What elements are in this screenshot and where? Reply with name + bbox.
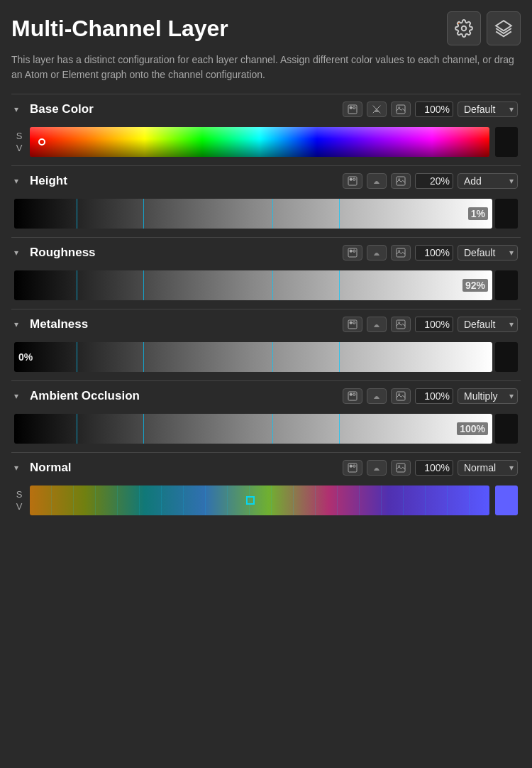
image-icon-ao[interactable]: [391, 388, 411, 404]
mask-icon-roughness[interactable]: [343, 245, 362, 260]
opacity-normal[interactable]: [415, 460, 453, 476]
svg-rect-8: [348, 177, 357, 185]
gear-button[interactable]: [447, 11, 481, 45]
svg-line-1: [458, 23, 459, 23]
mask-icon-normal[interactable]: [343, 460, 362, 476]
slider-container-height: 1%: [11, 199, 521, 229]
slider-end-height: [495, 199, 518, 229]
rainbow-bar[interactable]: [30, 127, 489, 157]
tick-marks-roughness: [14, 270, 492, 300]
fill-icon-metalness[interactable]: [367, 317, 387, 332]
normal-bar[interactable]: [30, 486, 489, 515]
channel-controls-normal: Default Add Multiply Normal: [343, 460, 518, 476]
blend-wrapper-base-color: Default Add Multiply Normal Overlay Scre…: [458, 102, 518, 117]
slider-bar-ao[interactable]: 100%: [14, 414, 518, 444]
opacity-height[interactable]: [415, 173, 453, 189]
fill-icon-height[interactable]: [367, 173, 387, 189]
opacity-ao[interactable]: [415, 388, 453, 404]
channel-ao: ▾ Ambient Occlusion: [11, 380, 521, 452]
channel-body-metalness: 0%: [11, 339, 521, 380]
channel-metalness: ▾ Metalness: [11, 309, 521, 380]
opacity-base-color[interactable]: [415, 102, 453, 117]
blend-roughness[interactable]: Default Add Multiply Normal: [458, 245, 518, 260]
svg-point-29: [350, 465, 352, 467]
svg-point-25: [353, 393, 355, 395]
image-icon-normal[interactable]: [391, 460, 411, 476]
opacity-metalness[interactable]: [415, 317, 453, 332]
svg-point-14: [350, 250, 352, 252]
blend-normal[interactable]: Default Add Multiply Normal: [458, 460, 518, 476]
mask-icon-base-color[interactable]: [343, 102, 362, 117]
description-text: This layer has a distinct configuration …: [11, 53, 521, 82]
channel-name-normal: Normal: [30, 461, 338, 475]
channel-body-roughness: 92%: [11, 268, 521, 309]
svg-point-5: [353, 106, 355, 109]
slider-bar-height[interactable]: 1%: [14, 199, 518, 229]
blend-base-color[interactable]: Default Add Multiply Normal Overlay Scre…: [458, 102, 518, 117]
blend-ao[interactable]: Default Add Multiply Normal: [458, 388, 518, 404]
image-icon-height[interactable]: [391, 173, 411, 189]
channel-controls-height: Default Add Multiply Normal: [343, 173, 518, 189]
normal-cursor: [246, 496, 255, 505]
channel-controls-ao: Default Add Multiply Normal: [343, 388, 518, 404]
slider-value-roughness: 92%: [462, 279, 488, 292]
color-end-block: [495, 127, 518, 157]
image-icon-roughness[interactable]: [391, 245, 411, 260]
channel-controls-metalness: Default Add Multiply Normal: [343, 317, 518, 332]
svg-point-0: [462, 26, 467, 31]
channel-controls-base-color: Default Add Multiply Normal Overlay Scre…: [343, 102, 518, 117]
svg-point-24: [350, 393, 352, 395]
fill-icon-roughness[interactable]: [367, 245, 387, 260]
mask-icon-height[interactable]: [343, 173, 362, 189]
svg-point-30: [353, 465, 355, 467]
svg-point-4: [350, 106, 352, 109]
normal-overlay: [30, 486, 489, 515]
layers-button[interactable]: [487, 11, 521, 45]
main-container: Multi-Channel Layer This layer has a dis…: [0, 0, 532, 535]
s-label-normal: S: [14, 489, 24, 500]
svg-rect-23: [348, 392, 357, 400]
channel-header-height: ▾ Height: [11, 166, 521, 196]
sv-labels-normal: S V: [14, 489, 24, 512]
slider-bar-metalness[interactable]: 0%: [14, 342, 518, 372]
tick-marks-metalness: [14, 342, 492, 372]
channel-header-ao: ▾ Ambient Occlusion: [11, 381, 521, 411]
fill-icon-ao[interactable]: [367, 388, 387, 404]
blend-height[interactable]: Default Add Multiply Normal: [458, 173, 518, 189]
fill-icon-normal[interactable]: [367, 460, 387, 476]
sv-labels-base-color: S V: [14, 131, 24, 153]
channel-body-base-color: S V: [11, 124, 521, 165]
channel-name-base-color: Base Color: [30, 102, 338, 116]
image-icon-metalness[interactable]: [391, 317, 411, 332]
channel-header-base-color: ▾ Base Color: [11, 94, 521, 124]
opacity-roughness[interactable]: [415, 245, 453, 260]
svg-point-20: [353, 322, 355, 324]
fill-icon-base-color[interactable]: [367, 102, 387, 117]
svg-rect-18: [348, 320, 357, 329]
tick-marks-ao: [14, 414, 492, 444]
svg-rect-3: [348, 105, 357, 114]
slider-container-metalness: 0%: [11, 342, 521, 372]
slider-value-metalness: 0%: [18, 351, 33, 363]
mask-icon-metalness[interactable]: [343, 317, 362, 332]
chevron-roughness[interactable]: ▾: [14, 248, 26, 258]
blend-wrapper-normal: Default Add Multiply Normal: [458, 460, 518, 476]
svg-rect-28: [348, 463, 357, 472]
chevron-base-color[interactable]: ▾: [14, 104, 26, 114]
channel-body-normal: S V: [11, 483, 521, 524]
gray-gradient-roughness: 92%: [14, 270, 492, 300]
chevron-metalness[interactable]: ▾: [14, 319, 26, 329]
chevron-height[interactable]: ▾: [14, 176, 26, 186]
blend-wrapper-roughness: Default Add Multiply Normal: [458, 245, 518, 260]
header-icons: [447, 11, 521, 45]
gray-gradient-ao: 100%: [14, 414, 492, 444]
mask-icon-ao[interactable]: [343, 388, 362, 404]
blend-metalness[interactable]: Default Add Multiply Normal: [458, 317, 518, 332]
slider-value-ao: 100%: [457, 422, 488, 435]
image-icon-base-color[interactable]: [391, 102, 411, 117]
header-row: Multi-Channel Layer: [11, 11, 521, 45]
chevron-normal[interactable]: ▾: [14, 463, 26, 473]
channel-header-roughness: ▾ Roughness: [11, 238, 521, 268]
chevron-ao[interactable]: ▾: [14, 391, 26, 401]
slider-bar-roughness[interactable]: 92%: [14, 270, 518, 300]
